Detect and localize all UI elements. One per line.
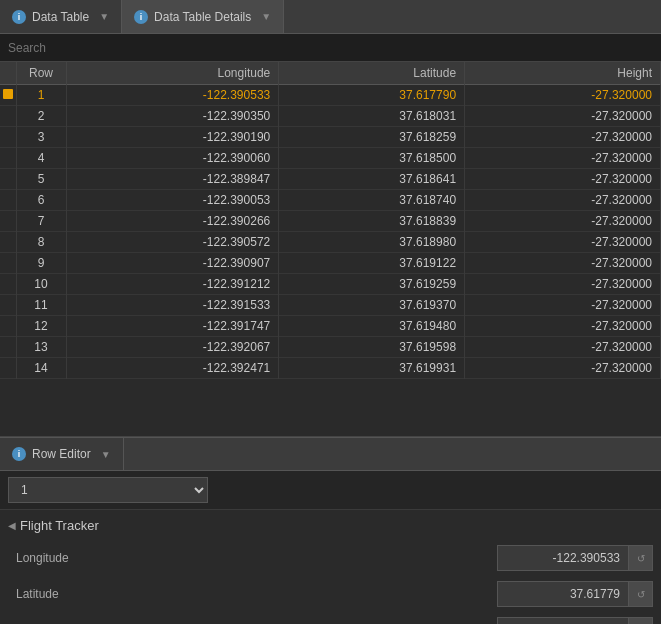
- row-indicator-cell: [0, 295, 16, 316]
- row-indicator-cell: [0, 337, 16, 358]
- table-row[interactable]: 4-122.39006037.618500-27.320000: [0, 148, 661, 169]
- latitude-cell: 37.618259: [279, 127, 465, 148]
- data-table-tab-label: Data Table: [32, 10, 89, 24]
- table-row[interactable]: 10-122.39121237.619259-27.320000: [0, 274, 661, 295]
- table-row[interactable]: 1-122.39053337.617790-27.320000: [0, 85, 661, 106]
- longitude-cell: -122.391533: [66, 295, 279, 316]
- table-row[interactable]: 7-122.39026637.618839-27.320000: [0, 211, 661, 232]
- row-indicator-cell: [0, 190, 16, 211]
- row-number-cell: 9: [16, 253, 66, 274]
- row-editor-tab[interactable]: i Row Editor ▼: [0, 438, 124, 470]
- row-indicator-cell: [0, 358, 16, 379]
- latitude-value: 37.61779: [498, 583, 628, 605]
- col-latitude: Latitude: [279, 62, 465, 85]
- longitude-value: -122.390533: [498, 547, 628, 569]
- longitude-cell: -122.390533: [66, 85, 279, 106]
- row-editor-tab-bar: i Row Editor ▼: [0, 437, 661, 471]
- row-selector-dropdown[interactable]: 1: [8, 477, 208, 503]
- longitude-cell: -122.390053: [66, 190, 279, 211]
- search-input[interactable]: [8, 41, 653, 55]
- row-number-cell: 2: [16, 106, 66, 127]
- latitude-cell: 37.619598: [279, 337, 465, 358]
- longitude-cell: -122.390572: [66, 232, 279, 253]
- col-longitude: Longitude: [66, 62, 279, 85]
- longitude-cell: -122.390350: [66, 106, 279, 127]
- row-indicator-cell: [0, 211, 16, 232]
- height-cell: -27.320000: [465, 85, 661, 106]
- latitude-cell: 37.618031: [279, 106, 465, 127]
- table-row[interactable]: 2-122.39035037.618031-27.320000: [0, 106, 661, 127]
- longitude-cell: -122.391747: [66, 316, 279, 337]
- field-row-height: Height -27.32 ↺: [8, 615, 653, 624]
- row-indicator-cell: [0, 127, 16, 148]
- tab-data-table-details[interactable]: i Data Table Details ▼: [122, 0, 284, 33]
- tab-bar: i Data Table ▼ i Data Table Details ▼: [0, 0, 661, 34]
- latitude-cell: 37.618641: [279, 169, 465, 190]
- longitude-cell: -122.392067: [66, 337, 279, 358]
- longitude-value-container: -122.390533 ↺: [497, 545, 653, 571]
- table-row[interactable]: 5-122.38984737.618641-27.320000: [0, 169, 661, 190]
- longitude-reset-button[interactable]: ↺: [628, 546, 652, 570]
- data-table-tab-arrow: ▼: [99, 11, 109, 22]
- col-row: Row: [16, 62, 66, 85]
- latitude-reset-button[interactable]: ↺: [628, 582, 652, 606]
- row-number-cell: 7: [16, 211, 66, 232]
- table-row[interactable]: 14-122.39247137.619931-27.320000: [0, 358, 661, 379]
- row-indicator-cell: [0, 169, 16, 190]
- latitude-cell: 37.617790: [279, 85, 465, 106]
- longitude-cell: -122.390190: [66, 127, 279, 148]
- data-table-details-tab-label: Data Table Details: [154, 10, 251, 24]
- latitude-cell: 37.619370: [279, 295, 465, 316]
- latitude-label: Latitude: [8, 587, 88, 601]
- row-number-cell: 12: [16, 316, 66, 337]
- latitude-cell: 37.618839: [279, 211, 465, 232]
- height-cell: -27.320000: [465, 358, 661, 379]
- height-cell: -27.320000: [465, 211, 661, 232]
- table-row[interactable]: 13-122.39206737.619598-27.320000: [0, 337, 661, 358]
- latitude-cell: 37.618500: [279, 148, 465, 169]
- row-editor-tab-icon: i: [12, 447, 26, 461]
- section-collapse-arrow[interactable]: ◀: [8, 520, 16, 531]
- row-selector-container: 1: [0, 471, 661, 510]
- row-indicator-cell: [0, 232, 16, 253]
- height-cell: -27.320000: [465, 274, 661, 295]
- longitude-label: Longitude: [8, 551, 88, 565]
- table-row[interactable]: 3-122.39019037.618259-27.320000: [0, 127, 661, 148]
- table-header-row: Row Longitude Latitude Height: [0, 62, 661, 85]
- latitude-cell: 37.618980: [279, 232, 465, 253]
- row-number-cell: 5: [16, 169, 66, 190]
- latitude-cell: 37.618740: [279, 190, 465, 211]
- row-number-cell: 8: [16, 232, 66, 253]
- row-number-cell: 13: [16, 337, 66, 358]
- height-cell: -27.320000: [465, 316, 661, 337]
- height-cell: -27.320000: [465, 295, 661, 316]
- longitude-cell: -122.390266: [66, 211, 279, 232]
- data-table-details-tab-arrow: ▼: [261, 11, 271, 22]
- row-indicator-cell: [0, 106, 16, 127]
- data-table-tab-icon: i: [12, 10, 26, 24]
- table-row[interactable]: 8-122.39057237.618980-27.320000: [0, 232, 661, 253]
- height-cell: -27.320000: [465, 232, 661, 253]
- table-row[interactable]: 9-122.39090737.619122-27.320000: [0, 253, 661, 274]
- height-value: -27.32: [498, 619, 628, 624]
- row-number-cell: 6: [16, 190, 66, 211]
- row-number-cell: 3: [16, 127, 66, 148]
- latitude-cell: 37.619259: [279, 274, 465, 295]
- row-indicator-cell: [0, 316, 16, 337]
- tab-data-table[interactable]: i Data Table ▼: [0, 0, 122, 33]
- row-editor-tab-label: Row Editor: [32, 447, 91, 461]
- row-editor-tab-arrow: ▼: [101, 449, 111, 460]
- table-row[interactable]: 12-122.39174737.619480-27.320000: [0, 316, 661, 337]
- data-table-details-tab-icon: i: [134, 10, 148, 24]
- longitude-cell: -122.390060: [66, 148, 279, 169]
- row-indicator-cell: [0, 148, 16, 169]
- table-row[interactable]: 6-122.39005337.618740-27.320000: [0, 190, 661, 211]
- latitude-cell: 37.619931: [279, 358, 465, 379]
- longitude-cell: -122.390907: [66, 253, 279, 274]
- row-number-cell: 10: [16, 274, 66, 295]
- longitude-cell: -122.392471: [66, 358, 279, 379]
- height-reset-button[interactable]: ↺: [628, 618, 652, 624]
- table-row[interactable]: 11-122.39153337.619370-27.320000: [0, 295, 661, 316]
- height-cell: -27.320000: [465, 337, 661, 358]
- field-row-latitude: Latitude 37.61779 ↺: [8, 579, 653, 609]
